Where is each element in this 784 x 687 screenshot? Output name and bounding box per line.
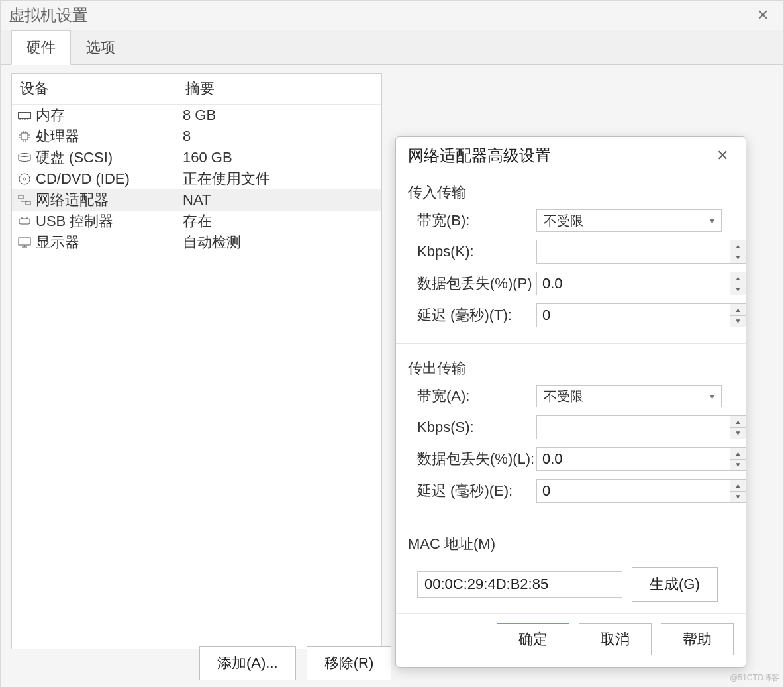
incoming-bandwidth-select[interactable]: 不受限 ▾ (536, 209, 722, 232)
incoming-kbps-spinner[interactable]: ▲▼ (536, 240, 746, 264)
cddvd-icon (17, 173, 32, 185)
dialog-title-bar: 网络适配器高级设置 ✕ (396, 137, 746, 172)
incoming-pktloss-spinner[interactable]: ▲▼ (536, 272, 746, 295)
spin-down-icon[interactable]: ▼ (730, 252, 746, 264)
svg-rect-17 (19, 195, 23, 199)
memory-icon (17, 109, 32, 121)
network-icon (17, 194, 32, 206)
spin-up-icon[interactable]: ▲ (730, 304, 746, 316)
chevron-down-icon: ▾ (710, 215, 714, 226)
device-label: USB 控制器 (36, 211, 113, 231)
remove-device-button[interactable]: 移除(R) (307, 646, 392, 680)
help-button[interactable]: 帮助 (661, 623, 734, 655)
outgoing-pktloss-spinner[interactable]: ▲▼ (536, 447, 746, 471)
spin-up-icon[interactable]: ▲ (730, 240, 746, 252)
watermark: @51CTO博客 (730, 672, 779, 684)
content-area: 设备 摘要 内存 8 GB 处理器 8 硬盘 (SCSI) 160 GB CD/… (1, 65, 783, 687)
network-adapter-advanced-dialog: 网络适配器高级设置 ✕ 传入传输 带宽(B): 不受限 ▾ Kbps(K): (395, 136, 746, 668)
spin-up-icon[interactable]: ▲ (730, 416, 746, 428)
dialog-title: 网络适配器高级设置 (408, 145, 551, 166)
dialog-buttons: 确定 取消 帮助 (396, 613, 746, 667)
usb-icon (17, 215, 32, 227)
select-value: 不受限 (544, 388, 583, 405)
outgoing-pktloss-label: 数据包丢失(%)(L): (417, 449, 536, 469)
title-bar: 虚拟机设置 ✕ (1, 1, 783, 30)
spin-down-icon[interactable]: ▼ (730, 492, 746, 503)
device-row-display[interactable]: 显示器 自动检测 (12, 232, 381, 253)
device-summary: 8 (177, 128, 381, 145)
svg-point-14 (19, 154, 30, 157)
spin-down-icon[interactable]: ▼ (730, 284, 746, 295)
device-summary: 8 GB (177, 107, 381, 124)
header-summary: 摘要 (177, 74, 381, 104)
incoming-latency-spinner[interactable]: ▲▼ (536, 303, 746, 327)
vm-settings-window: 虚拟机设置 ✕ 硬件 选项 设备 摘要 内存 8 GB 处理器 8 硬盘 (SC… (0, 0, 784, 687)
mac-group: MAC 地址(M) (396, 523, 746, 564)
bottom-buttons: 添加(A)... 移除(R) (199, 646, 391, 680)
spin-down-icon[interactable]: ▼ (730, 316, 746, 327)
header-device: 设备 (12, 74, 177, 104)
spin-up-icon[interactable]: ▲ (730, 272, 746, 284)
svg-point-15 (19, 174, 30, 184)
incoming-title: 传入传输 (408, 183, 734, 203)
device-row-network-adapter[interactable]: 网络适配器 NAT (12, 189, 381, 211)
outgoing-pktloss-input[interactable] (537, 448, 730, 470)
incoming-group: 传入传输 带宽(B): 不受限 ▾ Kbps(K): (396, 172, 746, 339)
outgoing-bandwidth-select[interactable]: 不受限 ▾ (536, 385, 722, 407)
incoming-bandwidth-label: 带宽(B): (417, 211, 536, 231)
tab-hardware[interactable]: 硬件 (11, 30, 71, 65)
device-row-cddvd[interactable]: CD/DVD (IDE) 正在使用文件 (12, 168, 381, 189)
select-value: 不受限 (544, 212, 583, 230)
incoming-latency-input[interactable] (537, 304, 730, 327)
window-close-button[interactable]: ✕ (750, 4, 775, 26)
disk-icon (17, 152, 32, 164)
device-label: 处理器 (36, 127, 79, 146)
window-title: 虚拟机设置 (9, 5, 88, 26)
cpu-icon (17, 131, 32, 142)
device-row-memory[interactable]: 内存 8 GB (12, 105, 381, 126)
device-row-usb[interactable]: USB 控制器 存在 (12, 211, 381, 232)
device-label: CD/DVD (IDE) (36, 170, 130, 187)
tab-options[interactable]: 选项 (71, 30, 130, 65)
outgoing-bandwidth-label: 带宽(A): (417, 386, 536, 406)
svg-rect-0 (19, 113, 31, 119)
device-summary: NAT (177, 191, 381, 209)
outgoing-latency-label: 延迟 (毫秒)(E): (417, 481, 536, 501)
spin-down-icon[interactable]: ▼ (730, 460, 746, 471)
incoming-pktloss-label: 数据包丢失(%)(P) (417, 274, 536, 293)
device-label: 内存 (36, 105, 65, 125)
incoming-kbps-input[interactable] (537, 240, 730, 263)
mac-address-input[interactable] (417, 571, 622, 598)
outgoing-kbps-spinner[interactable]: ▲▼ (536, 415, 746, 439)
outgoing-kbps-label: Kbps(S): (417, 419, 536, 436)
cancel-button[interactable]: 取消 (579, 623, 652, 655)
svg-rect-19 (19, 219, 30, 224)
mac-label: MAC 地址(M) (408, 534, 734, 554)
device-summary: 160 GB (177, 149, 381, 166)
ok-button[interactable]: 确定 (497, 623, 569, 655)
chevron-down-icon: ▾ (710, 391, 714, 401)
incoming-pktloss-input[interactable] (537, 272, 730, 295)
outgoing-title: 传出传输 (408, 358, 734, 378)
generate-mac-button[interactable]: 生成(G) (632, 567, 718, 602)
incoming-kbps-label: Kbps(K): (417, 243, 536, 260)
device-summary: 存在 (177, 211, 381, 231)
device-label: 显示器 (36, 233, 79, 252)
device-summary: 自动检测 (177, 233, 381, 252)
outgoing-latency-spinner[interactable]: ▲▼ (536, 479, 746, 503)
spin-down-icon[interactable]: ▼ (730, 428, 746, 439)
add-device-button[interactable]: 添加(A)... (199, 646, 296, 680)
incoming-latency-label: 延迟 (毫秒)(T): (417, 305, 536, 325)
device-label: 硬盘 (SCSI) (36, 148, 113, 168)
outgoing-group: 传出传输 带宽(A): 不受限 ▾ Kbps(S): (396, 348, 746, 515)
dialog-close-button[interactable]: ✕ (711, 146, 734, 166)
spin-up-icon[interactable]: ▲ (730, 480, 746, 492)
device-summary: 正在使用文件 (177, 169, 381, 189)
device-list-header: 设备 摘要 (12, 74, 381, 105)
device-row-cpu[interactable]: 处理器 8 (12, 126, 381, 147)
device-list-panel: 设备 摘要 内存 8 GB 处理器 8 硬盘 (SCSI) 160 GB CD/… (11, 73, 382, 649)
outgoing-kbps-input[interactable] (537, 416, 730, 439)
outgoing-latency-input[interactable] (537, 480, 730, 502)
device-row-disk[interactable]: 硬盘 (SCSI) 160 GB (12, 147, 381, 168)
spin-up-icon[interactable]: ▲ (730, 448, 746, 460)
